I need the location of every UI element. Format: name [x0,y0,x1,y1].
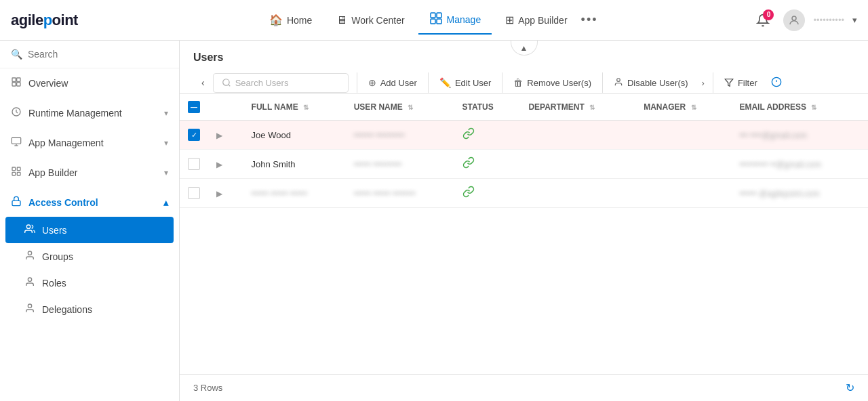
row3-checkbox[interactable] [188,187,200,199]
th-fullname[interactable]: FULL NAME ⇅ [243,94,346,121]
logo[interactable]: agilepoint [11,12,78,29]
svg-marker-25 [725,79,733,87]
row3-expand[interactable]: ▶ [208,179,243,208]
disable-users-label: Disable User(s) [627,78,688,88]
table-row: ▶ John Smith •••••• •••••••••• [180,150,868,179]
row1-status [454,121,521,150]
row3-status [454,179,521,208]
edit-user-button[interactable]: ✏️ Edit User [431,73,499,92]
nav-more-button[interactable]: ••• [581,13,598,27]
row3-expand-icon[interactable]: ▶ [216,189,222,198]
row2-status [454,150,521,179]
svg-rect-16 [17,172,20,175]
edit-user-label: Edit User [455,78,491,88]
svg-rect-14 [17,167,20,171]
svg-rect-2 [431,19,435,24]
disable-users-button[interactable]: Disable User(s) [606,73,696,93]
svg-point-4 [792,16,796,20]
add-user-label: Add User [380,78,417,88]
search-users-input[interactable]: Search Users [213,73,349,93]
row1-expand[interactable]: ▶ [208,121,243,150]
sidebar-item-app-builder[interactable]: App Builder ▾ [0,158,179,188]
row-count: 3 Rows [193,383,222,393]
svg-point-18 [26,225,30,228]
th-email[interactable]: EMAIL ADDRESS ⇅ [731,94,868,121]
row3-manager [635,179,731,208]
row1-checkbox-cell[interactable] [180,121,208,150]
row3-fullname: •••••• •••••• •••••• [243,179,346,208]
sidebar-item-overview[interactable]: Overview [0,68,179,98]
sidebar-delegations-label: Delegations [42,304,92,315]
sidebar-groups-label: Groups [42,251,73,262]
user-name: •••••••••• [813,15,844,25]
content-area: ▲ Users ‹ Search Users ⊕ Add User [180,41,868,401]
users-table: FULL NAME ⇅ USER NAME ⇅ STATUS DEPARTMEN… [180,94,868,208]
user-menu-chevron[interactable]: ▾ [852,15,857,25]
user-avatar[interactable] [783,9,805,31]
sidebar-item-app-management[interactable]: App Management ▾ [0,128,179,158]
nav-workcenter[interactable]: 🖥 Work Center [326,9,415,32]
main-layout: 🔍 Overview Runtime Management ▾ [0,41,868,401]
th-department[interactable]: DEPARTMENT ⇅ [520,94,635,121]
remove-users-icon: 🗑 [513,77,523,88]
svg-point-21 [28,304,31,308]
table-row: ▶ Joe Wood ••••••• •••••••••• [180,121,868,150]
app-builder-chevron-icon: ▾ [164,168,168,177]
sidebar-item-groups[interactable]: Groups [0,243,179,270]
filter-button[interactable]: Filter [716,74,766,92]
notification-button[interactable]: 0 [751,8,775,33]
row1-username: ••••••• •••••••••• [346,121,454,150]
row3-department [520,179,635,208]
row2-email: •••••••••• ••@gmail.com [731,150,868,179]
svg-point-19 [28,251,31,255]
row2-checkbox[interactable] [188,158,200,170]
row1-expand-icon[interactable]: ▶ [216,131,222,140]
sidebar-item-runtime-management[interactable]: Runtime Management ▾ [0,98,179,128]
row1-fullname: Joe Wood [243,121,346,150]
row1-manager [635,121,731,150]
remove-users-button[interactable]: 🗑 Remove User(s) [505,73,599,92]
th-username[interactable]: USER NAME ⇅ [346,94,454,121]
refresh-button[interactable]: ↻ [846,381,854,394]
sidebar-item-delegations[interactable]: Delegations [0,296,179,322]
sidebar-search-input[interactable] [28,49,168,60]
runtime-icon [11,106,22,120]
svg-line-23 [228,85,230,87]
th-status[interactable]: STATUS [454,94,521,121]
table-row: ▶ •••••• •••••• •••••• •••••• •••••• •••… [180,179,868,208]
svg-rect-6 [17,78,20,81]
toolbar: ‹ Search Users ⊕ Add User ✏️ Edit User [193,72,854,93]
add-user-button[interactable]: ⊕ Add User [360,73,425,92]
nav-appbuilder[interactable]: ⊞ App Builder [494,8,578,32]
th-manager[interactable]: MANAGER ⇅ [635,94,731,121]
sidebar-item-roles[interactable]: Roles [0,270,179,296]
row3-username: •••••• •••••• •••••••• [346,179,454,208]
row2-checkbox-cell[interactable] [180,150,208,179]
sidebar-roles-label: Roles [42,278,66,289]
back-button[interactable]: ‹ [193,72,213,93]
app-management-chevron-icon: ▾ [164,138,168,148]
row3-email: •••••• @agilepoint.com [731,179,868,208]
appbuilder-sidebar-icon [11,166,22,180]
sidebar-item-users[interactable]: Users [5,217,174,243]
sidebar-item-overview-label: Overview [28,78,68,89]
row1-checkbox[interactable] [188,129,200,141]
table-footer: 3 Rows ↻ [180,374,868,401]
access-control-chevron-icon: ▴ [163,197,168,208]
th-expand [208,94,243,121]
row2-expand-icon[interactable]: ▶ [216,160,222,169]
sidebar-item-access-control[interactable]: Access Control ▴ [0,188,179,217]
select-all-checkbox[interactable] [188,101,200,113]
filter-label: Filter [738,78,757,88]
info-button[interactable] [766,72,787,93]
toolbar-divider-5 [713,72,713,93]
users-icon [24,224,35,236]
row3-checkbox-cell[interactable] [180,179,208,208]
select-all-header[interactable] [180,94,208,121]
row2-department [520,150,635,179]
add-user-icon: ⊕ [368,77,376,88]
nav-home[interactable]: 🏠 Home [258,8,323,32]
nav-manage[interactable]: Manage [418,6,492,35]
toolbar-more-button[interactable]: › [696,74,710,92]
row2-expand[interactable]: ▶ [208,150,243,179]
